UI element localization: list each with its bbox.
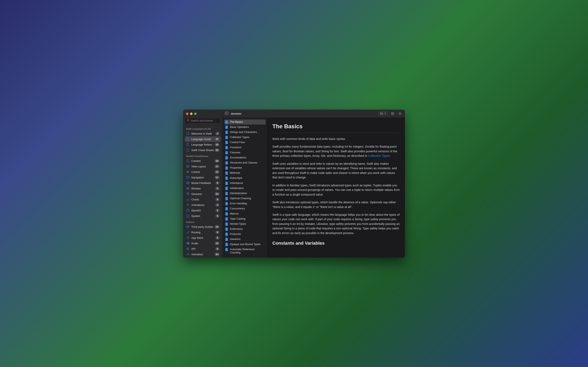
document-icon <box>225 156 228 159</box>
svg-rect-2 <box>225 112 228 114</box>
sidebar-item[interactable]: Third party Guides14 <box>185 224 221 230</box>
app-title: devtutor <box>231 112 242 115</box>
document-icon <box>225 151 228 154</box>
document-item[interactable]: Type Casting <box>224 216 266 221</box>
document-item[interactable]: Error Handling <box>224 201 266 206</box>
count-badge: 8 <box>215 247 219 250</box>
document-item[interactable]: Structures and Classes <box>224 160 266 165</box>
sidebar-item[interactable]: Language Refere...10 <box>185 142 221 147</box>
document-item[interactable]: Control Flow <box>224 140 266 145</box>
doc-icon <box>186 159 190 163</box>
document-item-label: Initialization <box>230 187 244 190</box>
document-item[interactable]: Subscripts <box>224 175 266 181</box>
sidebar-item[interactable]: Window5 <box>185 186 221 191</box>
document-icon <box>225 197 228 200</box>
sidebar-item[interactable]: Navigation11 <box>185 175 221 180</box>
compass-button[interactable] <box>398 111 402 116</box>
count-badge: 6 <box>215 231 219 234</box>
sidebar-item-label: Charts <box>191 198 215 201</box>
sidebar-item[interactable]: Language Guide29 <box>185 136 221 142</box>
sidebar-item[interactable]: Routing6 <box>185 230 221 235</box>
document-list: The BasicsBasic OperatorsStrings and Cha… <box>223 118 268 258</box>
document-item[interactable]: Nested Types <box>224 221 266 226</box>
language-select[interactable]: En <box>379 111 388 116</box>
document-item[interactable]: Properties <box>224 165 266 170</box>
document-item[interactable]: Inheritance <box>224 181 266 186</box>
article-h2: Constants and Variables <box>272 240 400 247</box>
document-item[interactable]: The Basics <box>224 119 266 125</box>
document-item[interactable]: Automatic Reference Counting <box>224 247 266 255</box>
sidebar-item[interactable]: View Layout17 <box>185 164 221 169</box>
document-icon <box>225 146 228 149</box>
document-icon <box>225 243 228 246</box>
document-item[interactable]: Initialization <box>224 186 266 191</box>
sidebar-item[interactable]: Audio12 <box>185 241 221 246</box>
link-collection-types[interactable]: Collection Types <box>368 154 390 157</box>
cart-icon <box>186 209 190 212</box>
document-item[interactable]: Extensions <box>224 226 266 232</box>
box-icon <box>186 225 190 229</box>
count-badge: 52 <box>215 149 219 152</box>
document-item[interactable]: Collection Types <box>224 135 266 140</box>
document-list-scroll[interactable]: The BasicsBasic OperatorsStrings and Cha… <box>223 118 267 258</box>
sidebar-item[interactable]: Gestures14 <box>185 191 221 197</box>
sidebar-item[interactable]: App Store5 <box>185 235 221 241</box>
document-item[interactable]: Deinitialization <box>224 191 266 196</box>
minimize-button[interactable] <box>190 113 192 115</box>
count-badge: 29 <box>215 137 219 141</box>
sidebar-item[interactable]: Charts8 <box>185 197 221 202</box>
sidebar-item-label: Language Guide <box>191 138 215 141</box>
article[interactable]: The Basics Work with common kinds of dat… <box>268 118 405 258</box>
sidebar-item[interactable]: System8 <box>185 213 221 219</box>
count-badge: 14 <box>215 192 219 196</box>
sidebar-item-label: API <box>191 247 215 250</box>
document-icon <box>225 207 228 210</box>
sidebar-item-label: StoreKit <box>191 209 215 212</box>
search-input[interactable] <box>191 119 219 122</box>
document-icon <box>225 161 228 165</box>
document-item[interactable]: Methods <box>224 170 266 175</box>
content-pane: The Basics Work with common kinds of dat… <box>268 118 405 258</box>
document-item-label: Methods <box>230 171 240 175</box>
sidebar-toggle-icon[interactable] <box>225 112 228 115</box>
sidebar-list[interactable]: Swift Language (v5.10)Welcome to Swift4L… <box>183 125 222 258</box>
sidebar-item-label: Navigation <box>191 176 215 179</box>
document-item[interactable]: Basic Operators <box>224 125 266 130</box>
sidebar-item[interactable]: API8 <box>185 246 221 252</box>
document-item[interactable]: Strings and Characters <box>224 130 266 135</box>
close-button[interactable] <box>186 113 189 115</box>
document-item[interactable]: Enumerations <box>224 155 266 160</box>
sidebar-item-label: Audio <box>191 242 215 245</box>
sidebar-section-title: SwiftUI CheatSheets <box>185 153 221 158</box>
count-badge: 6 <box>215 181 219 185</box>
grid-view-button[interactable] <box>390 111 395 116</box>
article-title: The Basics <box>272 122 400 131</box>
document-item[interactable]: Concurrency <box>224 206 266 211</box>
document-item[interactable]: Protocols <box>224 232 266 237</box>
document-item[interactable]: Closures <box>224 150 266 155</box>
document-item[interactable]: Functions <box>224 145 266 150</box>
sidebar-item[interactable]: Welcome to Swift4 <box>185 131 221 136</box>
document-item[interactable]: Macros <box>224 211 266 216</box>
bag-icon <box>186 236 190 240</box>
sidebar-item[interactable]: Content20 <box>185 158 221 164</box>
search-field[interactable] <box>185 118 221 124</box>
sidebar-item[interactable]: Swift Cheat Sheets52 <box>185 147 221 153</box>
search-icon <box>187 119 191 123</box>
sidebar-item-label: Modal Feedback <box>191 182 215 184</box>
document-item-label: Opaque and Boxed Types <box>230 243 260 246</box>
sidebar-item[interactable]: Control21 <box>185 169 221 175</box>
sidebar-item[interactable]: Modal Feedback6 <box>185 180 221 186</box>
document-item[interactable]: Opaque and Boxed Types <box>224 242 266 247</box>
count-badge: 10 <box>215 143 219 146</box>
document-item-label: Automatic Reference Counting <box>230 248 264 254</box>
article-paragraph: Swift is a type-safe language, which mea… <box>272 212 400 235</box>
sidebar-item[interactable]: Animation24 <box>185 252 221 257</box>
zoom-button[interactable] <box>194 113 197 115</box>
document-item[interactable]: Generics <box>224 237 266 242</box>
document-icon <box>225 192 228 195</box>
sidebar-item[interactable]: Animations4 <box>185 202 221 208</box>
document-item[interactable]: Optional Chaining <box>224 196 266 201</box>
document-icon <box>225 222 228 226</box>
sidebar-item[interactable]: StoreKit3 <box>185 208 221 213</box>
